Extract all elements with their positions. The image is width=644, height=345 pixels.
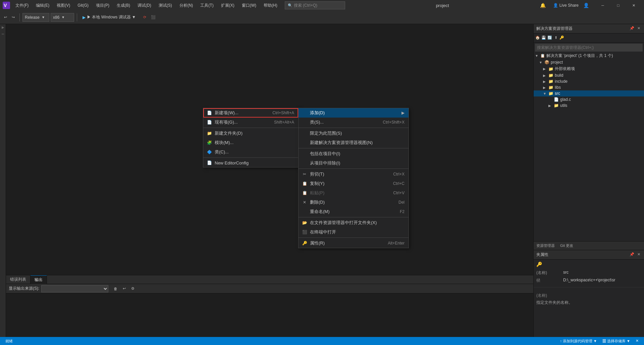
ctx-item-new-folder[interactable]: 📁 新建文件夹(D) [203, 129, 298, 138]
submenu-sep-1 [299, 128, 409, 128]
submenu-copy-label: 复制(Y) [310, 181, 324, 187]
submenu-item-paste[interactable]: 📋 粘贴(P) Ctrl+V [299, 188, 409, 198]
ctx-editor-config-label: New EditorConfig [215, 160, 249, 165]
submenu-class-label: 类(S)... [310, 119, 324, 125]
submenu-delete-label: 删除(D) [310, 199, 325, 205]
ctx-existing-label: 现有项(G)... [215, 119, 238, 125]
terminal-icon: ⬛ [301, 229, 308, 235]
ctx-item-module[interactable]: 🧩 模块(M)... [203, 138, 298, 147]
class-ctx-icon: 🔷 [206, 149, 213, 155]
scope-icon [301, 131, 308, 136]
delete-icon: ✕ [301, 200, 308, 205]
new-folder-icon: 📁 [206, 131, 213, 136]
submenu-item-include-project[interactable]: 包括在项目中(I) [299, 149, 409, 158]
add-icon [301, 110, 308, 116]
ctx-class-label: 类(C)... [215, 149, 229, 155]
submenu-exclude-project-label: 从项目中排除(I) [310, 160, 340, 166]
ctx-module-label: 模块(M)... [215, 140, 233, 146]
include-project-icon [301, 151, 308, 156]
ctx-sep-1 [203, 128, 298, 128]
ctx-item-class[interactable]: 🔷 类(C)... [203, 147, 298, 157]
rename-shortcut: F2 [400, 209, 405, 214]
class-icon [301, 120, 308, 125]
submenu-scope-label: 限定为此范围(S) [310, 130, 342, 136]
context-menu: 📄 新建项(W)... Ctrl+Shift+A 📄 现有项(G)... Shi… [203, 108, 299, 167]
module-icon: 🧩 [206, 140, 213, 145]
submenu-item-delete[interactable]: ✕ 删除(D) Del [299, 198, 409, 207]
submenu-sep-2 [299, 148, 409, 148]
submenu-cut-label: 剪切(T) [310, 171, 324, 177]
submenu-include-project-label: 包括在项目中(I) [310, 151, 340, 157]
submenu-sep-4 [299, 217, 409, 217]
submenu-item-copy[interactable]: 📋 复制(Y) Ctrl+C [299, 179, 409, 188]
submenu-sep-5 [299, 237, 409, 238]
existing-shortcut: Shift+Alt+A [274, 120, 294, 125]
delete-shortcut: Del [398, 200, 405, 205]
class-shortcut: Ctrl+Shift+X [383, 120, 405, 125]
submenu-sep-3 [299, 168, 409, 169]
existing-icon: 📄 [206, 120, 213, 125]
editor-config-icon: 📄 [206, 160, 213, 165]
add-arrow: ▶ [401, 111, 405, 115]
ctx-item-new-item[interactable]: 📄 新建项(W)... Ctrl+Shift+A [203, 108, 298, 118]
submenu-paste-label: 粘贴(P) [310, 190, 324, 196]
ctx-new-folder-label: 新建文件夹(D) [215, 130, 243, 136]
submenu-item-open-terminal[interactable]: ⬛ 在终端中打开 [299, 227, 409, 237]
ctx-new-item-label: 新建项(W)... [215, 110, 238, 116]
submenu-add-label: 添加(D) [310, 110, 325, 116]
copy-icon: 📋 [301, 181, 308, 186]
submenu: 添加(D) ▶ 类(S)... Ctrl+Shift+X 限定为此范围(S) 新… [298, 108, 409, 248]
submenu-rename-label: 重命名(M) [310, 209, 330, 215]
paste-shortcut: Ctrl+V [393, 191, 405, 195]
submenu-item-rename[interactable]: 重命名(M) F2 [299, 207, 409, 216]
submenu-new-view-label: 新建解决方案资源管理器视图(N) [310, 140, 373, 146]
properties-shortcut: Alt+Enter [388, 241, 405, 246]
submenu-item-exclude-project[interactable]: 从项目中排除(I) [299, 158, 409, 168]
submenu-open-folder-label: 在文件资源管理器中打开文件夹(X) [310, 220, 377, 226]
submenu-open-terminal-label: 在终端中打开 [310, 229, 336, 235]
ctx-sep-2 [203, 157, 298, 158]
submenu-item-open-folder[interactable]: 📂 在文件资源管理器中打开文件夹(X) [299, 218, 409, 227]
paste-icon: 📋 [301, 190, 308, 196]
submenu-item-new-view[interactable]: 新建解决方案资源管理器视图(N) [299, 138, 409, 147]
properties-ctx-icon: 🔑 [301, 240, 308, 246]
open-folder-icon: 📂 [301, 220, 308, 225]
exclude-project-icon [301, 160, 308, 166]
submenu-item-cut[interactable]: ✂ 剪切(T) Ctrl+X [299, 169, 409, 179]
new-item-shortcut: Ctrl+Shift+A [272, 111, 294, 115]
cut-shortcut: Ctrl+X [393, 172, 405, 177]
submenu-properties-label: 属性(R) [310, 240, 325, 246]
context-overlay: 添加(D) ▶ 类(S)... Ctrl+Shift+X 限定为此范围(S) 新… [0, 0, 644, 345]
ctx-item-existing[interactable]: 📄 现有项(G)... Shift+Alt+A [203, 118, 298, 127]
submenu-item-add[interactable]: 添加(D) ▶ [299, 108, 409, 118]
cut-icon: ✂ [301, 171, 308, 177]
copy-shortcut: Ctrl+C [393, 181, 405, 186]
new-view-icon [301, 140, 308, 145]
ctx-item-editor-config[interactable]: 📄 New EditorConfig [203, 158, 298, 167]
rename-icon [301, 209, 308, 214]
submenu-item-scope[interactable]: 限定为此范围(S) [299, 129, 409, 138]
submenu-item-properties[interactable]: 🔑 属性(R) Alt+Enter [299, 238, 409, 248]
new-item-icon: 📄 [206, 110, 213, 116]
submenu-item-class[interactable]: 类(S)... Ctrl+Shift+X [299, 118, 409, 127]
